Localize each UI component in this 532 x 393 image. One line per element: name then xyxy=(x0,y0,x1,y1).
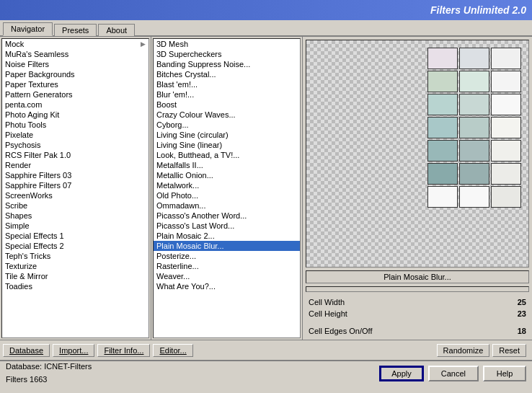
preview-scrollbar[interactable] xyxy=(306,286,529,292)
status-info: Database: ICNET-Filters Filters 1663 xyxy=(6,361,92,386)
filter-item[interactable]: Weaver... xyxy=(154,271,300,281)
filter-item[interactable]: Bitches Crystal... xyxy=(154,69,300,79)
cancel-button[interactable]: Cancel xyxy=(428,366,479,381)
filter-item[interactable]: Posterize... xyxy=(154,251,300,261)
filter-item[interactable]: Living Sine (circular) xyxy=(154,130,300,140)
action-buttons: Apply Cancel Help xyxy=(379,366,526,381)
filter-item[interactable]: Blast 'em!... xyxy=(154,79,300,89)
list-item[interactable]: Shapes xyxy=(2,211,148,221)
list-item[interactable]: Sapphire Filters 03 xyxy=(2,170,148,180)
mosaic-cell xyxy=(459,117,489,138)
list-item[interactable]: Scribe xyxy=(2,200,148,211)
filter-item[interactable]: Metalwork... xyxy=(154,180,300,190)
filter-item[interactable]: Cyborg... xyxy=(154,120,300,130)
list-item[interactable]: Photo Aging Kit xyxy=(2,110,148,120)
filter-item[interactable]: Crazy Colour Waves... xyxy=(154,110,300,120)
param-row-cell-height: Cell Height 23 xyxy=(306,308,529,319)
filter-item[interactable]: Picasso's Last Word... xyxy=(154,221,300,231)
param-label-cell-edges: Cell Edges On/Off xyxy=(309,327,372,335)
list-item[interactable]: Texturize xyxy=(2,261,148,271)
list-item[interactable]: penta.com xyxy=(2,100,148,110)
filter-item[interactable]: Metalfalls II... xyxy=(154,160,300,170)
list-item[interactable]: Simple xyxy=(2,221,148,231)
filters-value: 1663 xyxy=(30,375,47,384)
filter-item[interactable]: Picasso's Another Word... xyxy=(154,211,300,221)
list-item[interactable]: Sapphire Filters 07 xyxy=(2,180,148,190)
mosaic-cell xyxy=(491,186,521,208)
filter-item[interactable]: Living Sine (linear) xyxy=(154,140,300,150)
mosaic-cell xyxy=(427,163,458,185)
app-title: Filters Unlimited 2.0 xyxy=(430,4,526,16)
param-value-cell-width: 25 xyxy=(505,298,526,306)
list-item[interactable]: MuRa's Seamless xyxy=(2,49,148,59)
list-item[interactable]: Paper Textures xyxy=(2,79,148,89)
help-button[interactable]: Help xyxy=(483,366,526,381)
filter-item[interactable]: Ommadawn... xyxy=(154,200,300,211)
mosaic-cell xyxy=(427,48,458,69)
database-value: ICNET-Filters xyxy=(44,362,92,371)
list-item[interactable]: Pixelate xyxy=(2,130,148,140)
filter-item[interactable]: Rasterline... xyxy=(154,261,300,271)
filter-item[interactable]: Banding Suppress Noise... xyxy=(154,59,300,69)
mosaic-cell xyxy=(491,117,521,138)
filters-label: Filters xyxy=(6,375,27,384)
category-list[interactable]: Mock▶ MuRa's Seamless Noise Filters Pape… xyxy=(1,38,149,338)
mosaic-cell xyxy=(427,71,458,92)
mosaic-preview xyxy=(427,48,521,208)
list-item[interactable]: Toadies xyxy=(2,281,148,291)
mosaic-cell xyxy=(427,140,458,162)
list-item[interactable]: Special Effects 2 xyxy=(2,241,148,251)
param-label-cell-height: Cell Height xyxy=(309,309,347,318)
mosaic-cell xyxy=(459,186,489,208)
list-item[interactable]: Tile & Mirror xyxy=(2,271,148,281)
filter-item[interactable]: 3D Supercheckers xyxy=(154,49,300,59)
tab-presets[interactable]: Presets xyxy=(54,24,97,36)
mosaic-cell xyxy=(459,71,489,92)
tab-navigator[interactable]: Navigator xyxy=(3,22,53,36)
randomize-button[interactable]: Randomize xyxy=(437,344,490,357)
filter-info-button[interactable]: Filter Info... xyxy=(97,344,150,357)
mosaic-cell xyxy=(459,48,489,69)
param-row-cell-width: Cell Width 25 xyxy=(306,296,529,308)
apply-button[interactable]: Apply xyxy=(379,366,424,381)
list-item[interactable]: Special Effects 1 xyxy=(2,231,148,241)
filter-list[interactable]: 3D Mesh 3D Supercheckers Banding Suppres… xyxy=(153,38,301,338)
list-item[interactable]: Pattern Generators xyxy=(2,89,148,100)
filter-item[interactable]: Boost xyxy=(154,100,300,110)
filter-name-display: Plain Mosaic Blur... xyxy=(306,270,529,283)
param-label-cell-width: Cell Width xyxy=(309,298,345,306)
reset-button[interactable]: Reset xyxy=(492,344,526,357)
mosaic-cell xyxy=(491,94,521,115)
list-item[interactable]: Psychosis xyxy=(2,140,148,150)
filter-item[interactable]: Plain Mosaic 2... xyxy=(154,231,300,241)
filter-item[interactable]: What Are You?... xyxy=(154,281,300,291)
list-item[interactable]: Photu Tools xyxy=(2,120,148,130)
filter-item[interactable]: 3D Mesh xyxy=(154,39,300,49)
editor-button[interactable]: Editor... xyxy=(153,344,192,357)
list-item[interactable]: Mock▶ xyxy=(2,39,148,49)
title-bar: Filters Unlimited 2.0 xyxy=(0,0,532,20)
bottom-toolbar: Database Import... Filter Info... Editor… xyxy=(0,340,532,360)
preview-area xyxy=(306,40,529,268)
list-item[interactable]: ScreenWorks xyxy=(2,190,148,200)
tab-bar: Navigator Presets About xyxy=(0,20,532,37)
param-value-cell-height: 23 xyxy=(505,309,526,318)
tab-about[interactable]: About xyxy=(98,24,135,36)
filter-item[interactable]: Look, Butthead, a TV!... xyxy=(154,150,300,160)
filter-item-selected[interactable]: Plain Mosaic Blur... xyxy=(154,241,300,251)
list-item[interactable]: Teph's Tricks xyxy=(2,251,148,261)
import-button[interactable]: Import... xyxy=(53,344,94,357)
status-bar: Database: ICNET-Filters Filters 1663 App… xyxy=(0,360,532,386)
database-button[interactable]: Database xyxy=(3,344,50,357)
mosaic-cell xyxy=(427,186,458,208)
list-item[interactable]: Paper Backgrounds xyxy=(2,69,148,79)
mosaic-cell xyxy=(491,48,521,69)
list-item[interactable]: RCS Filter Pak 1.0 xyxy=(2,150,148,160)
mosaic-cell xyxy=(491,140,521,162)
list-item[interactable]: Render xyxy=(2,160,148,170)
list-item[interactable]: Noise Filters xyxy=(2,59,148,69)
mosaic-cell xyxy=(427,94,458,115)
filter-item[interactable]: Metallic Onion... xyxy=(154,170,300,180)
filter-item[interactable]: Old Photo... xyxy=(154,190,300,200)
filter-item[interactable]: Blur 'em!... xyxy=(154,89,300,100)
